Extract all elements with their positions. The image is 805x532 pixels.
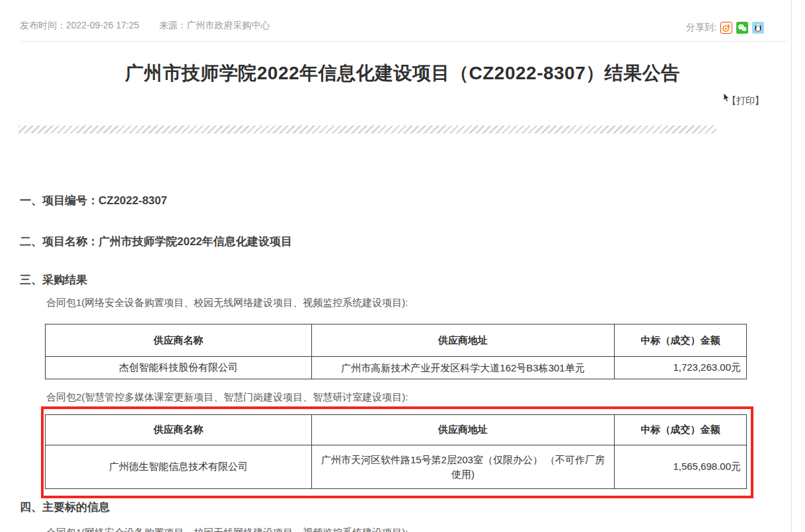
header-award-amount: 中标（成交）金额 [615,324,747,357]
source-value: 广州市政府采购中心 [187,20,270,30]
table-header-row: 供应商名称 供应商地址 中标（成交）金额 [46,324,747,357]
header-divider [20,41,786,42]
page-title: 广州市技师学院2022年信息化建设项目（CZ2022-8307）结果公告 [9,61,796,86]
table-row: 广州德生智能信息技术有限公司 广州市天河区软件路15号第2层203室（仅限办公）… [46,445,747,489]
package1-intro: 合同包1(网络安全设备购置项目、校园无线网络建设项目、视频监控系统建设项目): [46,297,408,309]
header-supplier-address: 供应商地址 [312,415,615,445]
source-label: 来源： [159,20,187,30]
supplier-address-cell: 广州市天河区软件路15号第2层203室（仅限办公） （不可作厂房使用) [312,445,615,489]
publish-time-value: 2022-09-26 17:25 [66,20,139,30]
bottom-clipped-text: 合同包1(网络安全设备购置项目、校园无线网络建设项目、视频监控系统建设项目): [46,527,408,532]
supplier-name-cell: 广州德生智能信息技术有限公司 [46,445,312,489]
meta-row: 发布时间：2022-09-26 17:25 来源：广州市政府采购中心 [20,20,270,32]
publish-time: 发布时间：2022-09-26 17:25 [20,20,139,32]
supplier-name-cell: 杰创智能科技股份有限公司 [46,357,312,379]
package2-result-table: 供应商名称 供应商地址 中标（成交）金额 广州德生智能信息技术有限公司 广州市天… [45,414,747,489]
hatched-divider [19,126,716,133]
table-row: 杰创智能科技股份有限公司 广州市高新技术产业开发区科学大道162号B3栋301单… [46,357,747,379]
section-project-number: 一、项目编号：CZ2022-8307 [20,193,167,208]
qq-share-icon[interactable] [752,22,764,34]
supplier-address-cell: 广州市高新技术产业开发区科学大道162号B3栋301单元 [312,357,615,379]
table-header-row: 供应商名称 供应商地址 中标（成交）金额 [46,415,747,445]
publish-time-label: 发布时间： [20,20,66,30]
page-right-border [791,0,792,532]
wechat-share-icon[interactable] [736,22,748,34]
package1-result-table: 供应商名称 供应商地址 中标（成交）金额 杰创智能科技股份有限公司 广州市高新技… [45,324,747,379]
share-label: 分享到: [686,22,716,34]
header-supplier-name: 供应商名称 [46,415,312,445]
header-supplier-address: 供应商地址 [312,324,615,357]
section-procurement-result: 三、采购结果 [20,272,87,287]
section-project-name: 二、项目名称：广州市技师学院2022年信息化建设项目 [20,234,292,249]
header-award-amount: 中标（成交）金额 [615,415,747,445]
section-main-subject-info: 四、主要标的信息 [20,500,110,515]
award-amount-cell: 1,565,698.00元 [615,445,747,489]
package2-intro: 合同包2(智慧管控多媒体课室更新项目、智慧门岗建设项目、智慧研讨室建设项目): [46,391,408,404]
announcement-page: 发布时间：2022-09-26 17:25 来源：广州市政府采购中心 分享到: [0,0,805,532]
weibo-share-icon[interactable] [720,22,732,34]
source: 来源：广州市政府采购中心 [159,20,270,32]
share-area: 分享到: [686,22,764,34]
award-amount-cell: 1,723,263.00元 [615,357,747,379]
print-button[interactable]: 【打印】 [727,95,764,107]
header-supplier-name: 供应商名称 [46,324,312,357]
